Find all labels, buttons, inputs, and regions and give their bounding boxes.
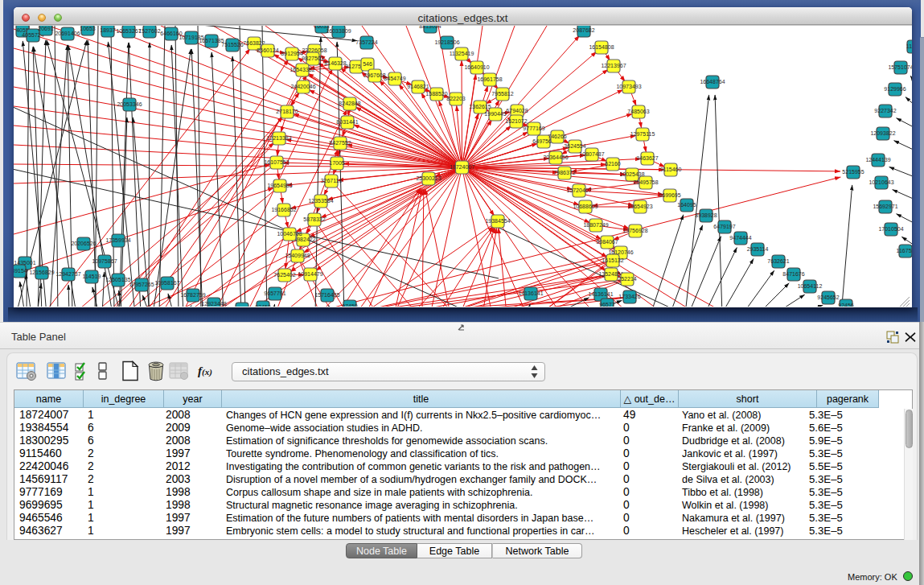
svg-text:25300213: 25300213	[416, 175, 441, 181]
svg-text:2935114: 2935114	[747, 246, 769, 252]
svg-text:15692971: 15692971	[873, 204, 897, 209]
svg-text:5215955: 5215955	[842, 169, 864, 175]
svg-text:12942737: 12942737	[55, 271, 80, 277]
svg-text:10653267: 10653267	[116, 28, 141, 34]
svg-text:9115460: 9115460	[660, 167, 682, 172]
svg-text:20691: 20691	[38, 26, 54, 31]
svg-text:14136141: 14136141	[588, 291, 613, 297]
svg-text:9146821: 9146821	[407, 84, 429, 89]
svg-text:7485063: 7485063	[627, 109, 649, 114]
svg-text:114519: 114519	[83, 274, 101, 279]
svg-text:9227342: 9227342	[874, 108, 896, 113]
svg-text:18724007: 18724007	[450, 164, 474, 170]
svg-text:8471676: 8471676	[782, 271, 804, 277]
svg-text:26495758: 26495758	[633, 179, 658, 185]
svg-text:10210643: 10210643	[869, 179, 893, 185]
svg-text:16961758: 16961758	[477, 76, 502, 82]
svg-text:20206526: 20206526	[71, 241, 96, 246]
svg-text:14136141: 14136141	[518, 290, 543, 296]
svg-text:6794028: 6794028	[506, 108, 528, 113]
svg-text:8813054: 8813054	[419, 26, 441, 29]
svg-text:19166852: 19166852	[271, 207, 296, 212]
svg-text:16543382: 16543382	[290, 67, 314, 72]
svg-text:15409948: 15409948	[285, 253, 310, 258]
svg-text:8912954: 8912954	[281, 51, 302, 56]
svg-text:8146328: 8146328	[324, 60, 346, 66]
svg-text:9777169: 9777169	[523, 126, 544, 131]
svg-text:3267110: 3267110	[321, 178, 343, 183]
svg-text:19756928: 19756928	[622, 228, 647, 233]
svg-text:6479197: 6479197	[713, 224, 735, 229]
svg-text:9463627: 9463627	[636, 155, 658, 161]
svg-text:16640910: 16640910	[464, 64, 489, 70]
svg-text:11124: 11124	[906, 43, 912, 49]
svg-text:19218506: 19218506	[434, 39, 459, 45]
svg-text:12093822: 12093822	[870, 130, 895, 136]
svg-text:10654112: 10654112	[798, 283, 823, 289]
svg-text:17359934: 17359934	[105, 237, 130, 243]
svg-text:20053346: 20053346	[117, 101, 142, 107]
svg-text:19384554: 19384554	[485, 218, 510, 224]
svg-text:7357224: 7357224	[355, 39, 377, 45]
svg-text:97450: 97450	[342, 303, 358, 307]
svg-text:8427552: 8427552	[329, 140, 351, 146]
svg-text:9699695: 9699695	[659, 192, 680, 198]
svg-text:2087682: 2087682	[573, 27, 594, 33]
svg-text:19654923: 19654923	[627, 204, 652, 209]
svg-text:8454749: 8454749	[384, 76, 405, 81]
svg-text:7986372: 7986372	[553, 170, 575, 175]
svg-text:7625402: 7625402	[273, 272, 295, 278]
svg-text:12213383: 12213383	[266, 135, 291, 141]
svg-text:9084067: 9084067	[596, 239, 618, 245]
svg-text:1362615: 1362615	[469, 104, 491, 109]
svg-text:16107553: 16107553	[264, 159, 289, 165]
svg-text:10807487: 10807487	[579, 151, 604, 157]
svg-text:116753: 116753	[897, 248, 912, 253]
svg-text:17005: 17005	[329, 160, 345, 166]
svg-text:10688609: 10688609	[573, 204, 598, 209]
svg-text:822203: 822203	[446, 96, 465, 101]
svg-text:19654985: 19654985	[267, 183, 292, 188]
svg-text:92456: 92456	[838, 303, 854, 307]
svg-text:9474444: 9474444	[729, 235, 751, 241]
svg-text:10914479: 10914479	[298, 271, 322, 277]
svg-text:17010504: 17010504	[878, 226, 903, 232]
svg-text:10975867: 10975867	[92, 258, 117, 264]
svg-text:7515526: 7515526	[221, 42, 243, 47]
svg-text:1621072: 1621072	[505, 118, 527, 124]
svg-text:24420046: 24420046	[290, 84, 315, 89]
svg-text:11325419: 11325419	[450, 51, 474, 56]
svg-text:17957265: 17957265	[129, 282, 154, 287]
svg-text:7632621: 7632621	[767, 258, 789, 264]
svg-text:164095: 164095	[677, 202, 696, 208]
svg-text:1615132: 1615132	[602, 257, 623, 263]
svg-text:10973493: 10973493	[616, 84, 641, 89]
svg-text:9657791: 9657791	[264, 290, 285, 296]
svg-text:18807249: 18807249	[583, 222, 608, 228]
svg-text:746266: 746266	[548, 134, 566, 139]
svg-text:92450: 92450	[255, 304, 271, 307]
svg-text:10958167: 10958167	[154, 280, 179, 286]
svg-text:12444139: 12444139	[865, 157, 890, 163]
svg-text:2967608: 2967608	[363, 72, 385, 78]
svg-text:10653: 10653	[80, 26, 96, 31]
svg-text:12975115: 12975115	[630, 131, 655, 137]
svg-text:39154: 39154	[14, 268, 27, 274]
svg-text:3624554: 3624554	[564, 143, 585, 149]
svg-text:8660124: 8660124	[257, 47, 278, 53]
svg-text:16571385: 16571385	[199, 38, 224, 43]
svg-text:1733426: 1733426	[618, 294, 640, 299]
svg-text:16154808: 16154808	[589, 44, 614, 50]
svg-text:546: 546	[363, 61, 372, 67]
svg-text:5878332: 5878332	[303, 216, 325, 222]
svg-text:1588520: 1588520	[425, 91, 447, 97]
svg-text:252214: 252214	[618, 276, 636, 282]
svg-text:12505135: 12505135	[105, 277, 130, 282]
svg-text:7955812: 7955812	[491, 91, 513, 97]
svg-text:9827503: 9827503	[302, 56, 323, 61]
svg-text:18937: 18937	[100, 27, 116, 33]
svg-text:1527602: 1527602	[138, 28, 160, 34]
svg-text:9129966: 9129966	[884, 86, 906, 92]
svg-text:12923448: 12923448	[229, 306, 254, 307]
svg-text:16648764: 16648764	[700, 79, 725, 84]
